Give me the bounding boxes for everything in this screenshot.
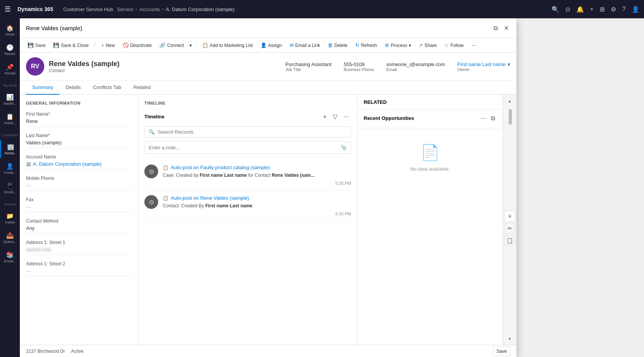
empty-text: No data available.: [410, 166, 450, 172]
connect-icon: 🔗: [159, 42, 165, 48]
general-info-title: GENERAL INFORMATION: [26, 101, 132, 105]
timeline-search-input[interactable]: [158, 129, 347, 135]
save-close-button[interactable]: 💾 Save & Close: [50, 40, 92, 50]
timeline-item-2-title[interactable]: Auto-post on Rene Valdes (sample): [171, 195, 249, 201]
overflow-button[interactable]: ⋯: [468, 41, 479, 50]
connect-more-button[interactable]: ▾: [189, 41, 193, 50]
contact-method-value[interactable]: Any: [26, 225, 132, 234]
close-button[interactable]: ✕: [502, 23, 510, 33]
breadcrumb-service[interactable]: Service: [117, 6, 133, 12]
last-name-value[interactable]: Valdes (sample): [26, 140, 132, 148]
side-icon-edit[interactable]: ✏: [505, 223, 515, 234]
social-icon: 📱: [6, 182, 14, 189]
fax-value[interactable]: ---: [26, 204, 132, 212]
owner-section: First name Last name ▾: [457, 61, 510, 67]
marketing-list-button[interactable]: 📋 Add to Marketing List: [199, 40, 256, 50]
refresh-icon: ↻: [355, 42, 359, 48]
plus-icon[interactable]: +: [590, 6, 594, 13]
sidebar-section-mywork: My Work: [0, 80, 20, 89]
address1-street1-value[interactable]: ●●●●● ●●●: [26, 247, 132, 255]
sidebar-label-contacts: Conta...: [4, 171, 16, 174]
email-value: someone_i@example.com: [386, 61, 445, 67]
sidebar-item-queues[interactable]: 📥 Queue...: [0, 229, 20, 247]
last-name-label: Last Name*: [26, 133, 132, 138]
brand-logo[interactable]: Dynamics 365: [18, 6, 53, 12]
timeline-item-2-body: Contact: Created By First name Last name…: [163, 202, 351, 209]
related-panel: RELATED Recent Opportunities ⋯ ⧉ 📄 No da…: [358, 95, 503, 345]
breadcrumb: Service > Accounts > A. Datum Corporatio…: [117, 6, 235, 12]
bell-icon[interactable]: 🔔: [576, 6, 584, 13]
hamburger-menu[interactable]: ☰: [5, 5, 11, 13]
email-link-label: Email a Link: [295, 43, 320, 48]
scroll-up-arrow[interactable]: ▲: [503, 98, 516, 104]
related-header: RELATED: [358, 95, 503, 110]
timeline-item-1-title[interactable]: Auto-post on Faulty product catalog (sam…: [171, 165, 270, 170]
first-name-value[interactable]: Rene: [26, 118, 132, 127]
expand-owner-icon[interactable]: ▾: [508, 61, 510, 67]
paperclip-icon[interactable]: 📎: [341, 145, 347, 150]
timeline-add-button[interactable]: +: [322, 111, 328, 122]
related-more-button[interactable]: ⋯: [479, 113, 488, 123]
timeline-filter-button[interactable]: ▽: [331, 111, 339, 122]
bottom-save-button[interactable]: Save: [493, 346, 510, 356]
scroll-down-arrow[interactable]: ▼: [503, 336, 516, 342]
timeline-more-button[interactable]: ⋯: [342, 111, 351, 122]
sidebar-item-accounts[interactable]: 🏢 Accou...: [0, 140, 20, 158]
user-icon[interactable]: 👤: [632, 6, 639, 13]
contact-method-label: Contact Method: [26, 218, 132, 224]
scroll-thumb[interactable]: [509, 109, 512, 124]
top-nav-right: 🔍 ⊙ 🔔 + ⊞ ⚙ ? 👤: [552, 6, 639, 13]
tab-conflicts-label: Conflicts Tab: [93, 84, 121, 90]
expand-button[interactable]: ⧉: [492, 23, 499, 33]
tab-summary[interactable]: Summary: [26, 81, 60, 95]
timeline-avatar-1: ⊙: [144, 165, 158, 178]
top-navigation: ☰ Dynamics 365 Customer Service Hub Serv…: [0, 0, 644, 18]
share-button[interactable]: ↗ Share: [416, 40, 440, 50]
sidebar-item-activities[interactable]: 📋 Activit...: [0, 110, 20, 128]
filter-icon[interactable]: ⊞: [600, 6, 605, 13]
sidebar-item-dashboard[interactable]: 📊 Dashb...: [0, 90, 20, 108]
sidebar-item-pinned[interactable]: 📌 Pinned: [0, 60, 20, 78]
settings-icon[interactable]: ⚙: [611, 6, 616, 13]
sidebar-item-contacts[interactable]: 👤 Conta...: [0, 160, 20, 178]
timeline-search-bar: 🔍: [144, 126, 351, 137]
target-icon[interactable]: ⊙: [565, 6, 570, 13]
tab-details[interactable]: Details: [60, 81, 87, 95]
new-button[interactable]: + New: [98, 40, 118, 50]
tab-related[interactable]: Related: [128, 81, 157, 95]
tab-conflicts[interactable]: Conflicts Tab: [87, 81, 127, 95]
refresh-button[interactable]: ↻ Refresh: [352, 40, 380, 50]
mobile-phone-value[interactable]: ---: [26, 183, 132, 191]
deactivate-button[interactable]: 🚫 Deactivate: [120, 40, 155, 50]
search-icon[interactable]: 🔍: [552, 6, 559, 13]
sidebar-item-recent[interactable]: 🕐 Recent: [0, 41, 20, 59]
help-icon[interactable]: ?: [622, 6, 626, 13]
email-link-button[interactable]: ✉ Email a Link: [286, 40, 323, 50]
app-name[interactable]: Customer Service Hub: [63, 6, 113, 12]
sidebar-item-cases[interactable]: 📁 Cases: [0, 209, 20, 227]
follow-button[interactable]: ☆ Follow: [441, 40, 467, 50]
sidebar-item-social[interactable]: 📱 Social...: [0, 179, 20, 197]
side-icon-document[interactable]: 📋: [505, 235, 515, 246]
connect-button[interactable]: 🔗 Connect: [156, 40, 187, 50]
sidebar-label-home: Home: [5, 32, 15, 36]
address-value: 2137 Birchwood Dr: [26, 349, 65, 354]
assign-button[interactable]: 👤 Assign: [257, 40, 285, 50]
delete-button[interactable]: 🗑 Delete: [325, 40, 351, 50]
account-name-value[interactable]: 🏢 A. Datum Corporation (sample): [26, 161, 132, 170]
sidebar-item-home[interactable]: 🏠 Home: [0, 21, 20, 39]
note-input[interactable]: [149, 145, 338, 150]
owner-value[interactable]: First name Last name: [457, 61, 505, 67]
breadcrumb-current[interactable]: A. Datum Corporation (sample): [166, 6, 235, 12]
timeline-header: Timeline + ▽ ⋯: [144, 111, 351, 122]
account-name-group: Account Name 🏢 A. Datum Corporation (sam…: [26, 154, 132, 170]
side-icon-list[interactable]: ≡: [505, 211, 515, 221]
address1-street2-value[interactable]: ---: [26, 268, 132, 276]
related-expand-button[interactable]: ⧉: [489, 113, 497, 123]
process-button[interactable]: ⚙ Process ▾: [382, 40, 414, 50]
owner-field: First name Last name ▾ Owner: [457, 61, 510, 72]
sidebar-item-knowledge[interactable]: 📚 Knowl...: [0, 248, 20, 266]
share-icon: ↗: [419, 42, 423, 48]
save-button[interactable]: 💾 Save: [24, 40, 49, 50]
breadcrumb-accounts[interactable]: Accounts: [139, 6, 160, 12]
